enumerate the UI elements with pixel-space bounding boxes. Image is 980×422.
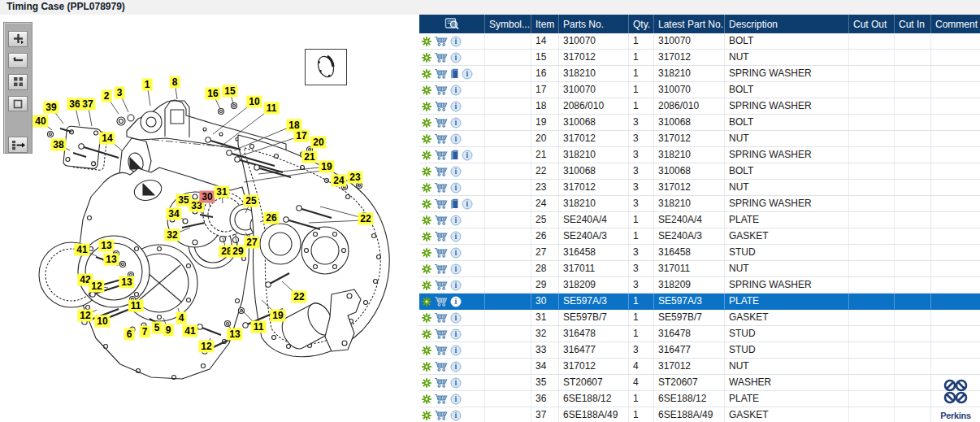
add-to-cart-icon[interactable] — [434, 312, 448, 323]
options-icon[interactable] — [422, 329, 431, 339]
callout-label-32[interactable]: 32 — [164, 229, 180, 241]
add-to-cart-icon[interactable] — [434, 231, 448, 241]
zoom-out-button[interactable] — [8, 53, 28, 69]
toggle-panel-button[interactable] — [8, 137, 28, 153]
add-to-cart-icon[interactable] — [434, 166, 448, 176]
options-icon[interactable] — [422, 215, 431, 225]
options-icon[interactable] — [422, 297, 431, 307]
column-header-qty[interactable]: Qty. — [628, 15, 653, 33]
add-to-cart-icon[interactable] — [434, 150, 448, 160]
add-to-cart-icon[interactable] — [434, 133, 448, 144]
options-icon[interactable] — [422, 264, 431, 274]
table-row-item-35[interactable]: i35ST206074ST20607WASHER — [419, 375, 980, 391]
callout-label-38[interactable]: 38 — [50, 139, 66, 151]
table-row-item-36[interactable]: i366SE188/1216SE188/12PLATE — [419, 391, 980, 407]
table-row-item-18[interactable]: i182086/01012086/010SPRING WASHER — [419, 98, 980, 115]
column-header-cut_out[interactable]: Cut Out — [848, 15, 894, 33]
info-icon[interactable]: i — [450, 377, 462, 389]
info-icon[interactable]: i — [462, 198, 473, 210]
add-to-cart-icon[interactable] — [434, 328, 448, 339]
callout-label-11[interactable]: 11 — [251, 321, 267, 333]
table-row-item-21[interactable]: i213182103318210SPRING WASHER — [419, 147, 980, 163]
catalog-note-icon[interactable] — [450, 68, 459, 79]
callout-label-15[interactable]: 15 — [222, 85, 237, 98]
orientation-thumbnail[interactable] — [305, 49, 347, 85]
options-icon[interactable] — [422, 248, 431, 258]
table-row-item-20[interactable]: i203170123317012NUT — [419, 131, 980, 147]
info-icon[interactable]: i — [450, 101, 462, 112]
options-icon[interactable] — [422, 346, 431, 355]
info-icon[interactable]: i — [450, 296, 462, 307]
options-icon[interactable] — [422, 69, 431, 79]
callout-label-10[interactable]: 10 — [94, 315, 110, 328]
column-header-description[interactable]: Description — [724, 15, 848, 33]
callout-label-27[interactable]: 27 — [244, 237, 259, 249]
callout-label-3[interactable]: 3 — [115, 87, 125, 99]
options-icon[interactable] — [422, 232, 431, 241]
callout-label-22[interactable]: 22 — [358, 213, 373, 225]
table-row-item-25[interactable]: i25SE240A/41SE240A/4PLATE — [419, 212, 980, 228]
column-header-latest_part_no[interactable]: Latest Part No. — [653, 15, 724, 33]
callout-label-26[interactable]: 26 — [263, 212, 279, 224]
info-icon[interactable]: i — [450, 117, 462, 128]
info-icon[interactable]: i — [450, 36, 462, 47]
callout-label-14[interactable]: 14 — [99, 133, 115, 145]
add-to-cart-icon[interactable] — [434, 263, 448, 274]
add-to-cart-icon[interactable] — [434, 247, 448, 258]
options-icon[interactable] — [422, 150, 431, 160]
info-icon[interactable]: i — [450, 231, 462, 242]
add-to-cart-icon[interactable] — [434, 394, 448, 404]
callout-label-7[interactable]: 7 — [140, 326, 150, 338]
info-icon[interactable]: i — [450, 215, 462, 226]
callout-label-25[interactable]: 25 — [243, 195, 258, 207]
callout-label-12[interactable]: 12 — [198, 341, 214, 353]
callout-label-13[interactable]: 13 — [119, 276, 134, 289]
column-header-symbol[interactable]: Symbol... — [484, 15, 531, 33]
add-to-cart-icon[interactable] — [434, 345, 448, 355]
table-row-item-33[interactable]: i333164773316477STUD — [419, 342, 980, 359]
table-row-item-26[interactable]: i26SE240A/31SE240A/3GASKET — [419, 228, 980, 245]
options-icon[interactable] — [422, 102, 431, 111]
callout-label-34[interactable]: 34 — [166, 208, 181, 220]
callout-label-39[interactable]: 39 — [43, 102, 59, 114]
callout-label-22[interactable]: 22 — [291, 291, 306, 303]
callout-label-6[interactable]: 6 — [124, 328, 135, 341]
options-icon[interactable] — [422, 37, 431, 46]
callout-label-13[interactable]: 13 — [227, 328, 242, 341]
callout-label-19[interactable]: 19 — [270, 310, 285, 322]
options-icon[interactable] — [422, 167, 431, 176]
column-header-item[interactable]: Item — [531, 15, 558, 33]
add-to-cart-icon[interactable] — [434, 361, 448, 372]
table-row-item-32[interactable]: i323164781316478STUD — [419, 326, 980, 342]
callout-label-37[interactable]: 37 — [80, 98, 95, 111]
add-to-cart-icon[interactable] — [434, 215, 448, 225]
options-icon[interactable] — [422, 85, 431, 95]
table-row-item-24[interactable]: i243182103318210SPRING WASHER — [419, 196, 980, 212]
table-row-item-29[interactable]: i293182093318209SPRING WASHER — [419, 277, 980, 294]
add-to-cart-icon[interactable] — [434, 101, 448, 111]
table-row-item-23[interactable]: i233170123317012NUT — [419, 180, 980, 196]
callout-label-29[interactable]: 29 — [230, 246, 245, 258]
add-to-cart-icon[interactable] — [434, 68, 448, 79]
info-icon[interactable]: i — [450, 247, 462, 259]
info-icon[interactable]: i — [450, 394, 462, 405]
info-icon[interactable]: i — [450, 328, 462, 340]
tile-view-button[interactable] — [8, 74, 28, 90]
callout-label-40[interactable]: 40 — [33, 115, 48, 128]
info-icon[interactable]: i — [450, 182, 462, 194]
info-icon[interactable]: i — [450, 345, 462, 356]
add-to-cart-icon[interactable] — [434, 410, 448, 420]
callout-label-13[interactable]: 13 — [98, 240, 114, 252]
callout-label-21[interactable]: 21 — [301, 151, 317, 163]
callout-label-selected-30[interactable]: 30 — [199, 191, 215, 203]
callout-label-4[interactable]: 4 — [176, 312, 187, 324]
zoom-in-button[interactable] — [8, 31, 28, 47]
options-icon[interactable] — [422, 313, 431, 323]
options-icon[interactable] — [422, 118, 431, 128]
callout-label-12[interactable]: 12 — [89, 281, 104, 293]
callout-label-19[interactable]: 19 — [319, 161, 334, 173]
info-icon[interactable]: i — [462, 68, 473, 80]
table-row-item-31[interactable]: i31SE597B/71SE597B/7GASKET — [419, 310, 980, 326]
callout-label-10[interactable]: 10 — [246, 96, 262, 108]
table-row-item-16[interactable]: i163182101318210SPRING WASHER — [419, 66, 980, 82]
